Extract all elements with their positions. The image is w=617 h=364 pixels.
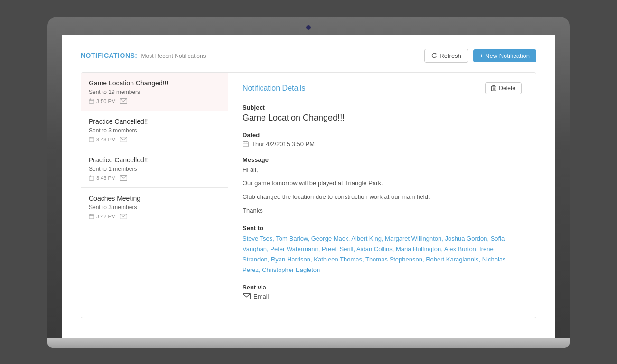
trash-icon: [491, 85, 496, 91]
notification-item[interactable]: Practice Cancelled!! Sent to 1 members: [81, 149, 228, 188]
notification-item[interactable]: Coaches Meeting Sent to 3 members: [81, 188, 228, 226]
email-icon: [120, 137, 127, 142]
detail-sent-via-field: Sent via Email: [243, 284, 522, 300]
refresh-icon: [431, 53, 437, 58]
notification-members: Sent to 1 members: [89, 166, 220, 172]
calendar-icon: [89, 214, 94, 219]
main-layout: Game Location Changed!!! Sent to 19 memb…: [81, 72, 536, 319]
detail-panel: Notification Details: [228, 73, 536, 318]
notification-meta: 3:43 PM: [89, 175, 220, 181]
subject-value: Game Location Changed!!!: [243, 113, 522, 123]
refresh-label: Refresh: [439, 52, 461, 59]
message-label: Message: [243, 156, 522, 163]
notification-members: Sent to 3 members: [89, 204, 220, 211]
page-title-area: NOTIFICATIONS: Most Recent Notifications: [81, 52, 206, 59]
detail-header: Notification Details: [243, 82, 522, 94]
email-icon: [120, 175, 127, 181]
detail-sent-to-field: Sent to Steve Tses, Tom Barlow, George M…: [243, 224, 522, 275]
calendar-icon: [89, 137, 94, 142]
notification-item[interactable]: Practice Cancelled!! Sent to 3 members: [81, 111, 228, 149]
dated-value: Thur 4/2/2015 3:50 PM: [243, 140, 522, 148]
calendar-icon: [89, 175, 94, 181]
delete-button[interactable]: Delete: [485, 82, 522, 94]
sent-to-value: Steve Tses, Tom Barlow, George Mack, Alb…: [243, 233, 522, 275]
svg-rect-20: [492, 86, 496, 91]
notification-meta: 3:42 PM: [89, 214, 220, 219]
new-notification-button[interactable]: + New Notification: [473, 49, 536, 62]
svg-rect-5: [89, 137, 94, 141]
page-title: NOTIFICATIONS:: [81, 52, 138, 59]
notification-title: Game Location Changed!!!: [89, 79, 220, 87]
detail-message-field: Message Hi all, Our game tomorrow will b…: [243, 156, 522, 216]
email-sent-via-icon: [243, 293, 251, 299]
header-actions: Refresh + New Notification: [424, 49, 536, 63]
notifications-list: Game Location Changed!!! Sent to 19 memb…: [81, 73, 228, 318]
notification-meta: 3:43 PM: [89, 137, 220, 142]
svg-rect-26: [243, 141, 248, 146]
notification-item[interactable]: Game Location Changed!!! Sent to 19 memb…: [81, 73, 228, 111]
email-icon: [120, 98, 127, 104]
notification-title: Practice Cancelled!!: [89, 156, 220, 164]
detail-subject-field: Subject Game Location Changed!!!: [243, 104, 522, 123]
notification-members: Sent to 3 members: [89, 127, 220, 134]
delete-label: Delete: [499, 85, 515, 92]
notification-members: Sent to 19 members: [89, 89, 220, 95]
message-value: Hi all, Our game tomorrow will be played…: [243, 165, 522, 216]
calendar-icon: [243, 141, 249, 147]
calendar-icon: [89, 98, 94, 104]
new-notification-label: + New Notification: [480, 52, 530, 59]
refresh-button[interactable]: Refresh: [424, 49, 468, 63]
laptop-base: [47, 338, 570, 348]
svg-rect-10: [89, 176, 94, 180]
notification-title: Practice Cancelled!!: [89, 118, 220, 125]
notification-time: 3:43 PM: [89, 175, 116, 181]
detail-panel-title: Notification Details: [243, 84, 306, 93]
notification-title: Coaches Meeting: [89, 195, 220, 202]
page-header: NOTIFICATIONS: Most Recent Notifications…: [81, 49, 536, 63]
notification-time: 3:42 PM: [89, 214, 116, 219]
subject-label: Subject: [243, 104, 522, 111]
sent-via-label: Sent via: [243, 284, 522, 291]
laptop-camera: [306, 25, 311, 30]
svg-rect-15: [89, 214, 94, 218]
notification-time: 3:43 PM: [89, 137, 116, 142]
detail-dated-field: Dated Thur 4/2/2015 3:50 PM: [243, 131, 522, 148]
svg-rect-0: [89, 99, 94, 103]
notification-meta: 3:50 PM: [89, 98, 220, 104]
email-icon: [120, 214, 127, 219]
sent-via-value: Email: [243, 293, 522, 300]
notification-time: 3:50 PM: [89, 98, 116, 104]
dated-label: Dated: [243, 131, 522, 139]
page-subtitle: Most Recent Notifications: [141, 53, 206, 59]
sent-to-label: Sent to: [243, 224, 522, 232]
